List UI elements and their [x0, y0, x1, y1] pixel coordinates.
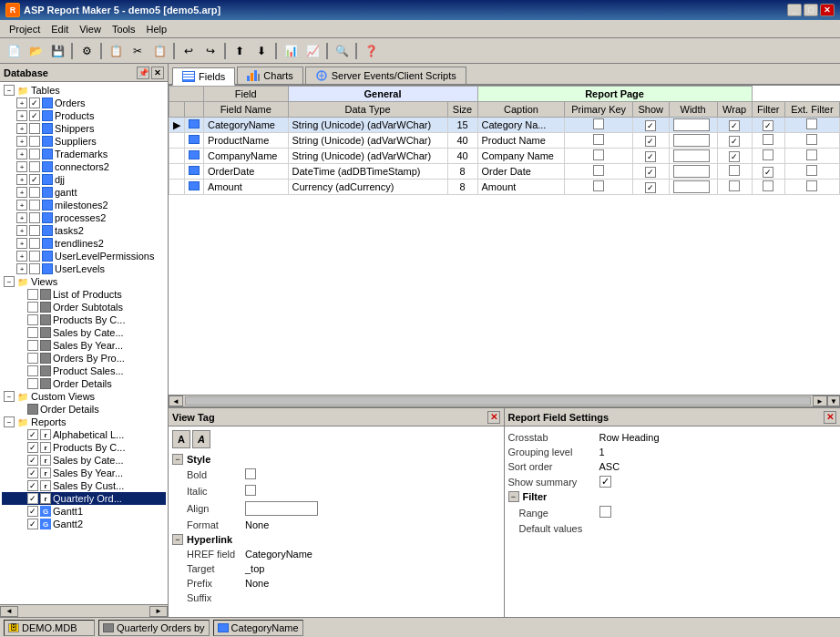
range-checkbox[interactable] — [599, 506, 611, 518]
width-input[interactable] — [673, 165, 710, 178]
tree-item-order-details-view[interactable]: Order Details — [2, 377, 166, 390]
tree-item-orders-by-pro[interactable]: Orders By Pro... — [2, 352, 166, 365]
expand-icon-gantt[interactable]: + — [16, 187, 27, 198]
checkbox-quarterly-ord[interactable] — [27, 493, 38, 504]
checkbox-djj[interactable] — [29, 174, 40, 185]
window-controls[interactable]: _ □ ✕ — [787, 4, 835, 16]
italic-format-button[interactable]: A — [192, 430, 210, 448]
save-button[interactable]: 💾 — [47, 41, 67, 61]
checkbox-tasks2[interactable] — [29, 225, 40, 236]
view-tag-close-button[interactable]: ✕ — [487, 411, 500, 424]
copy-button[interactable]: 📋 — [106, 41, 126, 61]
tree-item-milestones2[interactable]: + milestones2 — [2, 199, 166, 211]
bold-checkbox[interactable] — [245, 468, 256, 479]
table-row[interactable]: ProductName String (Unicode) (adVarWChar… — [169, 133, 840, 149]
tree-item-alphabetical[interactable]: r Alphabetical L... — [2, 428, 166, 441]
report-field-close-button[interactable]: ✕ — [824, 411, 836, 424]
scroll-left-btn[interactable]: ◄ — [0, 606, 18, 617]
tree-section-reports[interactable]: − 📁 Reports — [2, 416, 166, 428]
tree-item-sales-by-cate-report[interactable]: r Sales by Cate... — [2, 454, 166, 467]
expand-icon-processes2[interactable]: + — [16, 212, 27, 223]
ext-filter-cb[interactable] — [806, 149, 817, 160]
checkbox-gantt1[interactable] — [27, 506, 38, 517]
tree-item-sales-by-cust[interactable]: r Sales By Cust... — [2, 479, 166, 492]
show-cb[interactable]: ✓ — [645, 182, 656, 193]
checkbox-suppliers[interactable] — [29, 136, 40, 147]
tree-item-gantt1[interactable]: G Gantt1 — [2, 505, 166, 518]
expand-icon-products[interactable]: + — [16, 110, 27, 121]
tree-item-trademarks[interactable]: + Trademarks — [2, 148, 166, 160]
filter-cb[interactable] — [763, 134, 773, 145]
expand-icon-shippers[interactable]: + — [16, 123, 27, 134]
width-input[interactable] — [673, 180, 710, 193]
tree-item-products-by-c[interactable]: Products By C... — [2, 313, 166, 326]
expand-icon-userlevels[interactable]: + — [16, 263, 27, 274]
checkbox-shippers[interactable] — [29, 123, 40, 134]
panel-header-controls[interactable]: 📌 ✕ — [137, 67, 164, 79]
new-button[interactable]: 📄 — [4, 41, 24, 61]
hyperlink-section-collapse[interactable]: − Hyperlink — [172, 532, 500, 547]
wrap-cb[interactable]: ✓ — [729, 136, 740, 147]
maximize-button[interactable]: □ — [804, 4, 818, 16]
settings-button[interactable]: ⚙ — [77, 41, 97, 61]
down-button[interactable]: ⬇ — [251, 41, 271, 61]
checkbox-order-subtotals[interactable] — [27, 302, 38, 313]
help-button[interactable]: ❓ — [361, 41, 381, 61]
tree-section-tables[interactable]: − 📁 Tables — [2, 84, 166, 97]
filter-section-collapse[interactable]: − Filter — [508, 489, 837, 504]
tree-item-orders[interactable]: + Orders — [2, 97, 166, 109]
tree-item-product-sales[interactable]: Product Sales... — [2, 365, 166, 377]
tree-item-products[interactable]: + Products — [2, 109, 166, 122]
italic-checkbox[interactable] — [245, 485, 256, 496]
primary-key-cb[interactable] — [593, 118, 604, 129]
ext-filter-cb[interactable] — [806, 165, 817, 176]
tree-item-processes2[interactable]: + processes2 — [2, 211, 166, 224]
fields-scroll-corner[interactable]: ▼ — [827, 396, 840, 406]
checkbox-list-products[interactable] — [27, 289, 38, 300]
tree-item-sales-by-cate[interactable]: Sales by Cate... — [2, 326, 166, 339]
checkbox-processes2[interactable] — [29, 212, 40, 223]
bold-format-button[interactable]: A — [172, 430, 190, 448]
show-cb[interactable]: ✓ — [645, 136, 656, 147]
checkbox-order-details-view[interactable] — [27, 378, 38, 389]
tree-section-views[interactable]: − 📁 Views — [2, 275, 166, 288]
checkbox-gantt2[interactable] — [27, 519, 38, 529]
cut-button[interactable]: ✂ — [128, 41, 148, 61]
expand-icon-custom-views[interactable]: − — [4, 391, 15, 402]
expand-icon-milestones2[interactable]: + — [16, 200, 27, 211]
menu-project[interactable]: Project — [4, 22, 46, 36]
table-row[interactable]: Amount Currency (adCurrency) 8 Amount ✓ — [169, 180, 840, 195]
fields-scrollbar-h[interactable]: ◄ ► ▼ — [169, 395, 840, 407]
redo-button[interactable]: ↪ — [200, 41, 220, 61]
tree-item-tasks2[interactable]: + tasks2 — [2, 224, 166, 237]
tree-section-custom-views[interactable]: − 📁 Custom Views — [2, 390, 166, 403]
primary-key-cb[interactable] — [593, 180, 604, 191]
checkbox-connectors2[interactable] — [29, 161, 40, 172]
scroll-right-btn[interactable]: ► — [149, 606, 168, 617]
panel-close-button[interactable]: ✕ — [151, 67, 164, 79]
checkbox-userlevelperm[interactable] — [29, 251, 40, 262]
paste-button[interactable]: 📋 — [149, 41, 169, 61]
report-button[interactable]: 📈 — [302, 41, 323, 61]
wrap-cb[interactable] — [729, 180, 740, 191]
filter-cb[interactable] — [763, 180, 773, 191]
width-input[interactable] — [673, 134, 710, 147]
expand-icon-trademarks[interactable]: + — [16, 149, 27, 159]
show-cb[interactable]: ✓ — [645, 120, 656, 131]
checkbox-sales-by-cate[interactable] — [27, 327, 38, 338]
checkbox-sales-by-year-report[interactable] — [27, 467, 38, 478]
checkbox-userlevels[interactable] — [29, 263, 40, 274]
filter-cb[interactable]: ✓ — [763, 167, 773, 178]
expand-icon-connectors2[interactable]: + — [16, 161, 27, 172]
show-summary-checkbox[interactable]: ✓ — [599, 476, 611, 488]
tree-item-connectors2[interactable]: + connectors2 — [2, 160, 166, 173]
ext-filter-cb[interactable] — [806, 180, 817, 191]
tab-server-events[interactable]: Server Events/Client Scripts — [305, 67, 466, 84]
database-tree[interactable]: − 📁 Tables + Orders + Products — [0, 82, 168, 604]
tree-item-suppliers[interactable]: + Suppliers — [2, 135, 166, 148]
style-section-collapse[interactable]: − Style — [172, 452, 500, 467]
tree-item-list-of-products[interactable]: List of Products — [2, 288, 166, 301]
expand-icon-orders[interactable]: + — [16, 98, 27, 108]
checkbox-alphabetical[interactable] — [27, 429, 38, 440]
table-row[interactable]: ▶ CategoryName String (Unicode) (adVarWC… — [169, 118, 840, 133]
